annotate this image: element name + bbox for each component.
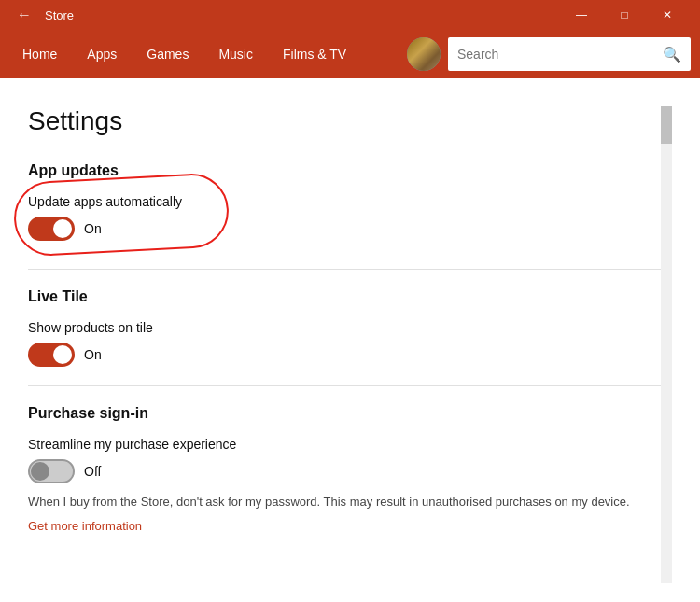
setting-auto-update: Update apps automatically On <box>28 194 182 241</box>
nav-games[interactable]: Games <box>133 41 202 67</box>
app-title: Store <box>45 8 560 22</box>
title-bar: ← Store — □ ✕ <box>0 0 700 30</box>
divider-2 <box>28 385 661 386</box>
avatar[interactable] <box>407 37 441 71</box>
annotation-circle <box>12 172 231 258</box>
show-products-toggle-row: On <box>28 343 661 367</box>
auto-update-label: Update apps automatically <box>28 194 182 209</box>
divider-1 <box>28 269 661 270</box>
page-title: Settings <box>28 106 661 136</box>
nav-home[interactable]: Home <box>9 41 70 67</box>
toggle-thumb <box>31 462 49 481</box>
auto-update-toggle[interactable] <box>28 217 75 241</box>
search-icon[interactable]: 🔍 <box>663 46 681 63</box>
section-purchase-signin: Purchase sign-in Streamline my purchase … <box>28 405 661 534</box>
section-title-app-updates: App updates <box>28 162 661 179</box>
toggle-thumb <box>53 345 72 364</box>
setting-purchase-experience: Streamline my purchase experience Off Wh… <box>28 437 661 534</box>
close-button[interactable]: ✕ <box>646 0 689 30</box>
section-title-live-tile: Live Tile <box>28 288 661 305</box>
nav-apps[interactable]: Apps <box>74 41 130 67</box>
minimize-button[interactable]: — <box>560 0 603 30</box>
toggle-thumb <box>53 219 72 238</box>
section-title-purchase: Purchase sign-in <box>28 405 661 422</box>
main-content: Settings App updates Update apps automat… <box>0 78 700 602</box>
nav-links: Home Apps Games Music Films & TV <box>9 41 407 67</box>
search-input[interactable] <box>457 47 663 62</box>
purchase-toggle-row: Off <box>28 459 661 483</box>
show-products-toggle-label: On <box>84 347 102 362</box>
section-app-updates: App updates Update apps automatically On <box>28 162 661 250</box>
scrollbar-thumb[interactable] <box>661 106 672 144</box>
get-more-info-link[interactable]: Get more information <box>28 519 142 533</box>
back-button[interactable]: ← <box>11 2 37 28</box>
section-live-tile: Live Tile Show products on tile On <box>28 288 661 367</box>
scrollbar[interactable] <box>661 106 672 583</box>
auto-update-toggle-label: On <box>84 221 102 236</box>
purchase-toggle[interactable] <box>28 459 75 483</box>
purchase-toggle-label: Off <box>84 464 101 479</box>
avatar-image <box>407 37 441 71</box>
purchase-experience-label: Streamline my purchase experience <box>28 437 661 452</box>
maximize-button[interactable]: □ <box>603 0 646 30</box>
window-controls: — □ ✕ <box>560 0 689 30</box>
setting-show-products: Show products on tile On <box>28 320 661 367</box>
nav-films[interactable]: Films & TV <box>270 41 359 67</box>
back-icon: ← <box>17 7 32 23</box>
purchase-description: When I buy from the Store, don't ask for… <box>28 493 661 511</box>
search-box[interactable]: 🔍 <box>448 37 691 71</box>
show-products-label: Show products on tile <box>28 320 661 335</box>
show-products-toggle[interactable] <box>28 343 75 367</box>
nav-music[interactable]: Music <box>205 41 266 67</box>
nav-bar: Home Apps Games Music Films & TV 🔍 <box>0 30 700 78</box>
auto-update-toggle-row: On <box>28 217 182 241</box>
content-area: Settings App updates Update apps automat… <box>28 106 661 583</box>
